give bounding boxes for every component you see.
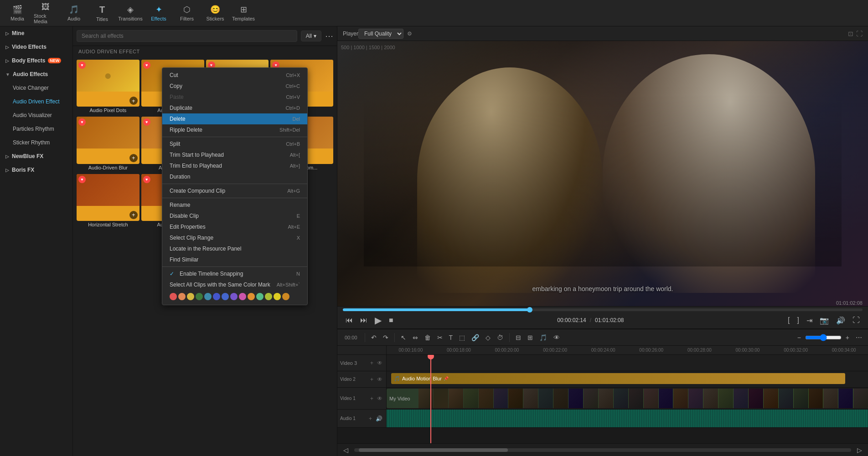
player-settings-icon[interactable]: ⚙ [407,31,412,37]
track-add-video2[interactable]: + [369,376,374,383]
menu-item-edit-properties[interactable]: Edit Properties Alt+E [162,221,307,232]
effect-add-icon4[interactable]: + [129,211,138,219]
track-eye-video3[interactable]: 👁 [376,359,383,367]
sidebar-item-audio-effects[interactable]: ▼ Audio Effects [0,67,72,81]
zoom-in-button[interactable]: + [843,333,852,343]
toolbar-filters[interactable]: ⬡ Filters [173,1,201,25]
snapshot-button[interactable]: 📷 [817,315,832,326]
toolbar-stock-media[interactable]: 🖼 Stock Media [32,1,59,25]
cut-button[interactable]: ✂ [435,333,445,343]
color-swatch-teal[interactable] [204,293,212,300]
toolbar-audio[interactable]: 🎵 Audio [60,1,88,25]
delete-button[interactable]: 🗑 [422,333,433,343]
quality-select[interactable]: Full Quality 1/2 Quality 1/4 Quality [358,29,403,39]
link-button[interactable]: 🔗 [469,333,481,343]
eye-button[interactable]: 👁 [551,333,562,343]
menu-item-enable-snapping[interactable]: ✓ Enable Timeline Snapping N [162,268,307,279]
go-to-in-button[interactable]: ⇥ [804,315,815,326]
step-back-button[interactable]: ⏭ [357,315,370,325]
sidebar-item-newblue-fx[interactable]: ▷ NewBlue FX [0,149,72,163]
audio-track-button[interactable]: 🎵 [537,333,549,343]
filter-all-button[interactable]: All ▾ [301,31,321,41]
sidebar-item-boris-fx[interactable]: ▷ Boris FX [0,163,72,177]
track-add-video1[interactable]: + [369,395,374,402]
scrollbar-thumb[interactable] [359,448,508,452]
fullscreen-button[interactable]: ⛶ [850,315,863,325]
stop-button[interactable]: ■ [386,315,396,325]
color-swatch-green[interactable] [196,293,203,300]
color-swatch-pink[interactable] [239,293,246,300]
rewind-button[interactable]: ⏮ [343,315,356,325]
toolbar-stickers[interactable]: 😊 Stickers [202,1,229,25]
color-swatch-lime[interactable] [265,293,272,300]
effect-item-horizontal-stretch[interactable]: ♥ + Horizontal Stretch [77,174,140,229]
menu-item-select-clip-range[interactable]: Select Clip Range X [162,232,307,243]
track-eye-video1[interactable]: 👁 [376,395,383,402]
volume-button[interactable]: 🔊 [833,315,848,326]
video-clip-main[interactable]: My Video [387,389,868,408]
toolbar-titles[interactable]: T Titles [88,1,116,25]
color-swatch-amber[interactable] [248,293,255,300]
effect-item-audio-driven-blur[interactable]: ♥ + Audio-Driven Blur [77,117,140,172]
color-swatch-gold[interactable] [274,293,281,300]
toolbar-media[interactable]: 🎬 Media [4,1,31,25]
menu-item-ripple-delete[interactable]: Ripple Delete Shift+Del [162,124,307,135]
color-swatch-blue[interactable] [213,293,220,300]
ripple-edit-button[interactable]: ⇔ [410,333,420,343]
color-swatch-red[interactable] [170,293,177,300]
player-progress-handle[interactable] [527,307,532,313]
effect-add-icon2[interactable]: + [129,154,138,162]
more-options-button[interactable]: ⋯ [325,31,333,41]
menu-item-locate-resource[interactable]: Locate in the Resource Panel [162,243,307,254]
transition-button[interactable]: ◇ [483,333,493,343]
scroll-right-button[interactable]: ▷ [855,445,864,455]
mark-out-button[interactable]: ] [795,315,802,325]
more-timeline-button[interactable]: ⋯ [853,333,864,343]
sidebar-item-voice-changer[interactable]: Voice Changer [0,81,72,95]
zoom-out-button[interactable]: − [795,333,803,343]
menu-item-create-compound[interactable]: Create Compound Clip Alt+G [162,185,307,196]
player-progress-bar[interactable] [343,308,863,311]
menu-item-copy[interactable]: Copy Ctrl+C [162,81,307,92]
effect-clip-audio-motion-blur[interactable]: 🎵 Audio Motion Blur 📌 [391,373,845,384]
sidebar-item-mine[interactable]: ▷ Mine [0,26,72,40]
search-input[interactable] [77,30,297,42]
effect-item-audio-pixel-dots[interactable]: ● ♥ + Audio Pixel Dots [77,60,140,115]
menu-item-select-same-color[interactable]: Select All Clips with the Same Color Mar… [162,279,307,290]
color-swatch-purple[interactable] [230,293,238,300]
track-add-video3[interactable]: + [369,359,374,367]
timer-button[interactable]: ⏱ [495,333,506,343]
color-swatch-indigo[interactable] [222,293,229,300]
sidebar-item-audio-visualizer[interactable]: Audio Visualizer [0,108,72,122]
menu-item-cut[interactable]: Cut Ctrl+X [162,70,307,81]
color-swatch-yellow[interactable] [187,293,194,300]
toolbar-templates[interactable]: ⊞ Templates [230,1,257,25]
menu-item-duration[interactable]: Duration [162,171,307,182]
sidebar-item-video-effects[interactable]: ▷ Video Effects [0,40,72,54]
color-swatch-mint[interactable] [256,293,264,300]
sidebar-item-audio-driven-effect[interactable]: Audio Driven Effect [0,95,72,108]
player-fullscreen-icon[interactable]: ⛶ [856,30,863,37]
player-window-icon[interactable]: ⊡ [848,30,853,37]
color-swatch-orange[interactable] [178,293,186,300]
menu-item-split[interactable]: Split Ctrl+B [162,138,307,149]
track-add-audio1[interactable]: + [368,415,373,422]
menu-item-find-similar[interactable]: Find Similar [162,254,307,265]
menu-item-duplicate[interactable]: Duplicate Ctrl+D [162,102,307,113]
menu-item-trim-end[interactable]: Trim End to Playhead Alt+] [162,160,307,171]
menu-item-trim-start[interactable]: Trim Start to Playhead Alt+[ [162,149,307,160]
track-height-button[interactable]: ⊞ [525,333,535,343]
snap-button[interactable]: ⊟ [513,333,523,343]
scroll-left-button[interactable]: ◁ [341,445,351,455]
toolbar-transitions[interactable]: ◈ Transitions [117,1,144,25]
timeline-scrollbar[interactable] [354,448,851,452]
cursor-button[interactable]: ↖ [398,333,408,343]
color-swatch-brown[interactable] [282,293,289,300]
sidebar-item-sticker-rhythm[interactable]: Sticker Rhythm [0,136,72,149]
text-button[interactable]: T [447,333,455,343]
effect-add-icon[interactable]: + [129,97,138,105]
redo-button[interactable]: ↷ [381,333,391,343]
sidebar-item-body-effects[interactable]: ▷ Body Effects NEW [0,54,72,67]
menu-item-disable-clip[interactable]: Disable Clip E [162,210,307,221]
play-button[interactable]: ▶ [372,314,384,327]
